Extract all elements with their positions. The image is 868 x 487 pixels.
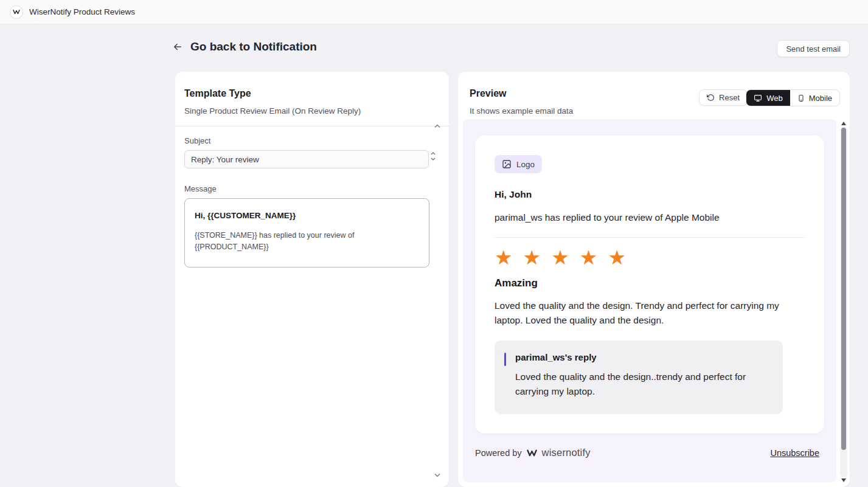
preview-panel: Preview It shows example email data Rese… [458, 72, 850, 487]
web-toggle-button[interactable]: Web [746, 90, 790, 106]
brand-name: wisernotify [542, 447, 591, 458]
email-preview-area: Logo Hi, John parimal_ws has replied to … [463, 119, 836, 482]
reply-body: Loved the quality and the design..trendy… [515, 370, 777, 399]
mobile-toggle-label: Mobile [809, 94, 832, 103]
send-test-email-button[interactable]: Send test email [777, 40, 850, 57]
logo-badge: Logo [495, 155, 542, 173]
preview-subtitle: It shows example email data [470, 106, 838, 116]
monitor-icon [754, 94, 762, 102]
star-icon: ★ [495, 247, 513, 268]
message-greeting: Hi, {{CUSTOMER_NAME}} [195, 211, 419, 220]
back-to-notification-link[interactable]: Go back to Notification [172, 40, 317, 54]
reset-icon [707, 94, 715, 102]
chevron-up-icon[interactable] [434, 124, 440, 128]
logo-badge-label: Logo [516, 160, 535, 169]
email-preview-card: Logo Hi, John parimal_ws has replied to … [475, 136, 824, 433]
subject-label: Subject [184, 136, 440, 145]
reset-label: Reset [719, 93, 740, 102]
spinner-down-icon[interactable] [431, 157, 436, 161]
scrollbar-thumb[interactable] [841, 128, 846, 450]
mobile-icon [797, 94, 805, 102]
powered-by-label: Powered by [475, 448, 522, 458]
email-footer: Powered by wisernotify Unsubscribe [475, 447, 819, 458]
reset-button[interactable]: Reset [699, 89, 748, 106]
chevron-down-icon[interactable] [434, 473, 440, 477]
star-icon: ★ [580, 247, 598, 268]
subject-input[interactable] [184, 150, 429, 168]
preview-scrollbar[interactable] [840, 120, 847, 483]
wisernotify-logo-icon [10, 5, 23, 19]
template-panel: Template Type Single Product Review Emai… [175, 72, 449, 487]
subject-spinner[interactable] [431, 152, 436, 161]
mobile-toggle-button[interactable]: Mobile [790, 90, 839, 106]
topbar: WiserNotify Product Reviews [0, 0, 868, 24]
web-toggle-label: Web [766, 94, 783, 103]
star-icon: ★ [551, 247, 569, 268]
template-panel-title: Template Type [184, 88, 440, 99]
unsubscribe-link[interactable]: Unsubscribe [770, 448, 819, 458]
page-title[interactable]: Go back to Notification [190, 40, 317, 54]
app-title: WiserNotify Product Reviews [29, 7, 135, 16]
reply-title: parimal_ws's reply [515, 352, 771, 362]
spinner-up-icon[interactable] [431, 152, 436, 155]
scroll-down-icon[interactable] [841, 477, 846, 483]
email-intro: parimal_ws has replied to your review of… [495, 212, 805, 223]
scroll-up-icon[interactable] [841, 120, 846, 126]
review-title: Amazing [495, 277, 805, 289]
star-rating: ★★★★★ [495, 247, 805, 268]
message-body: {{STORE_NAME}} has replied to your revie… [195, 230, 377, 254]
image-icon [502, 159, 512, 169]
reply-box: parimal_ws's reply Loved the quality and… [495, 340, 783, 414]
back-arrow-icon[interactable] [172, 41, 183, 52]
scrollbar-track[interactable] [840, 126, 847, 477]
device-toggle: Web Mobile [746, 89, 840, 106]
message-label: Message [184, 184, 440, 193]
email-greeting: Hi, John [495, 189, 805, 200]
template-type-value: Single Product Review Email (On Review R… [184, 106, 440, 116]
message-editor[interactable]: Hi, {{CUSTOMER_NAME}} {{STORE_NAME}} has… [184, 198, 429, 268]
star-icon: ★ [608, 247, 626, 268]
divider [495, 237, 805, 238]
star-icon: ★ [523, 247, 541, 268]
review-body: Loved the quality and the design. Trendy… [495, 299, 800, 328]
wisernotify-logo-icon [527, 449, 537, 457]
powered-by: Powered by wisernotify [475, 447, 591, 458]
